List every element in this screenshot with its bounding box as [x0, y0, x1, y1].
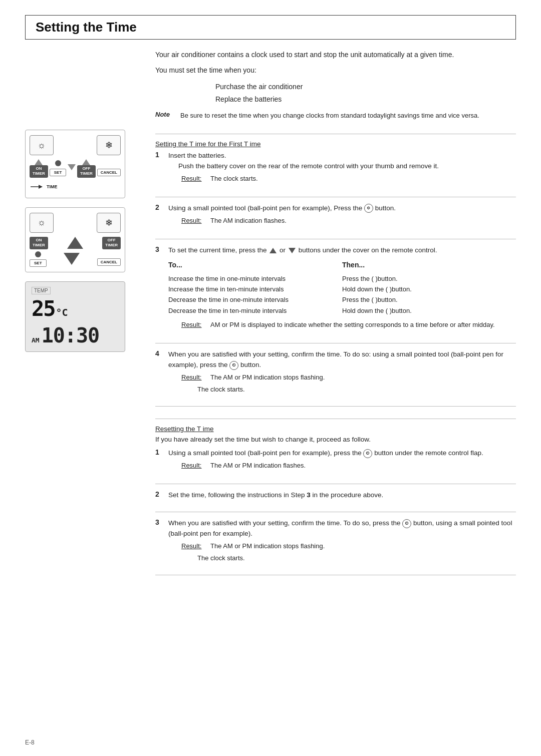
reset-step1-result: Result: The AM or PM indication flashes.	[181, 461, 516, 471]
note-label: Note	[155, 111, 173, 118]
reset-step3-result2: The clock starts.	[197, 553, 516, 564]
remote-icon-mode-2: ☼	[30, 213, 54, 233]
divider-7	[155, 484, 516, 484]
step2-text: Using a small pointed tool (ball-point p…	[168, 204, 364, 212]
reset-step3-result1: Result: The AM or PM indication stops fl…	[181, 541, 516, 551]
step4-num: 4	[155, 349, 164, 357]
remote-icon-fan-2: ❄	[97, 213, 121, 233]
reset-step2-content: Set the time, following the instructions…	[168, 490, 516, 501]
reset-step1-result-text: The AM or PM indication flashes.	[210, 461, 306, 471]
reset-step1-text2: button under the remote control flap.	[374, 449, 483, 457]
reset-step3-text: When you are satisfied with your setting…	[168, 519, 402, 527]
step1-result-text: The clock starts.	[210, 174, 258, 184]
divider-9	[155, 575, 516, 575]
section2-intro: If you have already set the time but wis…	[155, 436, 516, 443]
reset-step2-num: 2	[155, 490, 164, 498]
step4-result2-text: The clock starts.	[197, 386, 245, 393]
step2-result: Result: The AM indication flashes.	[181, 216, 516, 226]
divider-4	[155, 343, 516, 343]
reset-step3-content: When you are satisfied with your setting…	[168, 518, 516, 564]
on-timer-btn-2: ONTIMER	[30, 237, 48, 249]
section1-heading: Setting the T ime for the First T ime	[155, 140, 516, 148]
step1-num: 1	[155, 151, 164, 159]
divider-2	[155, 197, 516, 197]
reset-step1-result-label: Result:	[181, 461, 206, 471]
on-timer-btn: ONTIMER	[30, 159, 48, 178]
step1-result: Result: The clock starts.	[181, 174, 516, 184]
to-then-table: To... Increase the time in one-minute in…	[168, 260, 516, 316]
step3-num: 3	[155, 245, 164, 253]
reset-step1-block: 1 Using a small pointed tool (ball-point…	[155, 448, 516, 473]
reset-step3-result1-label: Result:	[181, 541, 206, 551]
step4-result1-text: The AM or PM indication stops flashing.	[210, 372, 325, 383]
list-item-2: Replace the batteries	[215, 93, 516, 106]
step2-text2: button.	[375, 204, 396, 212]
step4-text2: button.	[240, 361, 261, 368]
then-row-3: Press the ( )button.	[342, 294, 516, 305]
divider-3	[155, 239, 516, 239]
step3-result: Result: AM or PM is displayed to indicat…	[181, 320, 516, 330]
svg-marker-1	[39, 185, 43, 189]
step3-or: or	[280, 246, 288, 254]
step1-content: Insert the batteries. Push the battery c…	[168, 151, 516, 186]
step2-block: 2 Using a small pointed tool (ball-point…	[155, 203, 516, 228]
step4-block: 4 When you are satisfied with your setti…	[155, 349, 516, 395]
step4-content: When you are satisfied with your setting…	[168, 349, 516, 395]
time-label-text: TIME	[47, 184, 58, 189]
note-text: Be sure to reset the time when you chang…	[180, 111, 479, 121]
then-header: Then...	[342, 260, 516, 271]
page: Setting the Time ☼ ❄ ONTIMER SET	[0, 0, 541, 756]
remote-diagram-2: ☼ ❄ ONTIMER OFFTIMER	[25, 207, 125, 272]
divider-8	[155, 512, 516, 512]
step2-result-label: Result:	[181, 216, 206, 226]
big-up-arrow	[67, 237, 83, 249]
time-button-icon-2: ⏲	[229, 361, 238, 370]
left-column: ☼ ❄ ONTIMER SET	[25, 50, 135, 729]
divider-6	[155, 419, 516, 419]
step4-text: When you are satisfied with your setting…	[168, 350, 503, 368]
reset-step3-result1-text: The AM or PM indication stops flashing.	[210, 541, 325, 551]
note-row: Note Be sure to reset the time when you …	[155, 111, 516, 121]
step4-result2: The clock starts.	[197, 385, 516, 395]
step2-result-text: The AM indication flashes.	[210, 216, 287, 226]
then-row-1: Press the ( )button.	[342, 273, 516, 284]
time-button-icon-4: ⏲	[402, 519, 411, 528]
page-footer: E-8	[0, 729, 541, 756]
list-item-1: Purchase the air conditioner	[215, 81, 516, 93]
step4-result1: Result: The AM or PM indication stops fl…	[181, 372, 516, 383]
step2-content: Using a small pointed tool (ball-point p…	[168, 203, 516, 228]
reset-step3-block: 3 When you are satisfied with your setti…	[155, 518, 516, 564]
big-down-arrow	[64, 253, 80, 265]
content-area: ☼ ❄ ONTIMER SET	[0, 50, 541, 729]
lcd-time-row: AM 10:30	[32, 325, 119, 345]
reset-step2-text: Set the time, following the instructions…	[168, 491, 307, 499]
then-row-4: Hold down the ( )button.	[342, 305, 516, 316]
remote-diagram-1: ☼ ❄ ONTIMER SET	[25, 130, 125, 198]
footer-page-num: E-8	[25, 739, 35, 746]
step1-text: Insert the batteries.	[168, 152, 226, 159]
off-timer-label: OFFTIMER	[77, 165, 96, 178]
on-timer-label: ONTIMER	[30, 165, 48, 178]
lcd-temp-value: 25	[32, 298, 55, 319]
right-column: Your air conditioner contains a clock us…	[145, 50, 516, 729]
lcd-am-label: AM	[32, 336, 40, 344]
reset-step2-block: 2 Set the time, following the instructio…	[155, 490, 516, 501]
step3-result-text: AM or PM is displayed to indicate whethe…	[210, 320, 495, 330]
reset-step2-text2: in the procedure above.	[312, 491, 383, 499]
to-column: To... Increase the time in one-minute in…	[168, 260, 342, 316]
off-timer-label-2: OFFTIMER	[102, 237, 121, 249]
reset-step1-num: 1	[155, 448, 164, 456]
step1-sub: Push the battery cover on the rear of th…	[178, 162, 439, 170]
time-dot-2	[35, 251, 41, 257]
section2-heading: Resetting the T ime	[155, 425, 516, 433]
step3-content: To set the current time, press the or bu…	[168, 245, 516, 332]
then-column: Then... Press the ( )button. Hold down t…	[342, 260, 516, 316]
cancel-btn-label-2: CANCEL	[97, 258, 121, 266]
page-title: Setting the Time	[36, 20, 137, 35]
time-button-icon-3: ⏲	[363, 449, 372, 458]
up-arrow-icon-3	[269, 248, 277, 253]
intro-para2: You must set the time when you:	[155, 65, 516, 76]
to-row-1: Increase the time in one-minute interval…	[168, 273, 342, 284]
step4-result1-label: Result:	[181, 372, 206, 383]
reset-step1-text: Using a small pointed tool (ball-point p…	[168, 449, 363, 457]
